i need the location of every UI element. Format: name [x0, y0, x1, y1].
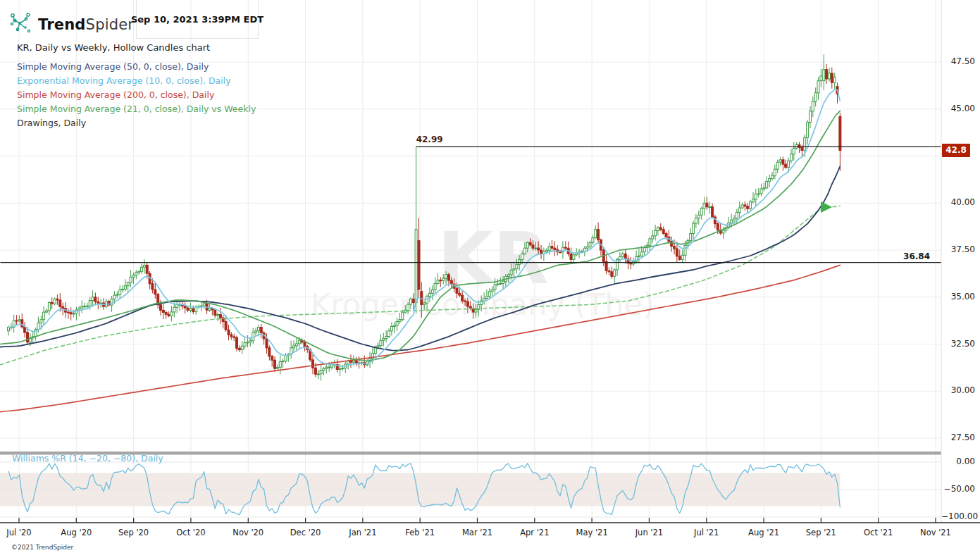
month-axis-label: Oct '21 [857, 528, 900, 537]
month-axis-label: Mar '21 [457, 528, 499, 537]
month-axis-label: Jul '20 [0, 528, 40, 537]
chart-title: KR, Daily vs Weekly, Hollow Candles char… [17, 42, 210, 53]
month-axis-label: Jan '21 [342, 528, 384, 537]
price-axis-label: 30.00 [941, 385, 975, 395]
month-axis-label: Aug '20 [55, 528, 97, 537]
legend-item-sma50[interactable]: Simple Moving Average (50, 0, close), Da… [17, 60, 256, 74]
month-axis-label: Apr '21 [514, 528, 556, 537]
month-axis-label: Oct '20 [170, 528, 212, 537]
williams-r-label[interactable]: Williams %R (14, −20, −80), Daily [12, 453, 163, 463]
month-axis-label: Jun '21 [628, 528, 670, 537]
horizontal-line-label-3684[interactable]: 36.84 [874, 251, 930, 261]
month-axis-label: Sep '21 [800, 528, 842, 537]
month-axis-label: Jul '21 [686, 528, 728, 537]
williams-axis-label: 0.00 [941, 456, 975, 466]
indicator-legend: Simple Moving Average (50, 0, close), Da… [17, 60, 256, 130]
price-axis-label: 40.00 [941, 197, 975, 207]
month-axis-label: Feb '21 [399, 528, 441, 537]
williams-axis-label: −100.00 [941, 511, 975, 521]
month-axis-label: Nov '21 [914, 528, 957, 537]
price-axis-label: 32.50 [941, 339, 975, 349]
month-axis-label: Aug '21 [743, 528, 785, 537]
month-axis-label: Dec '20 [285, 528, 327, 537]
trendspider-logo-icon [8, 11, 32, 38]
month-axis-label: Sep '20 [113, 528, 155, 537]
month-axis-label: Nov '20 [227, 528, 269, 537]
last-price-badge: 42.8 [942, 144, 970, 157]
month-axis-label: May '21 [571, 528, 613, 537]
price-axis-label: 27.50 [941, 433, 975, 442]
price-axis-label: 45.00 [941, 104, 975, 113]
trendspider-wordmark: TrendSpider [38, 16, 134, 33]
trendspider-chart-app: KRKroger Company (The) [0, 0, 980, 560]
williams-axis-label: −50.00 [941, 484, 975, 494]
price-axis-label: 47.50 [941, 56, 975, 66]
copyright-notice: ©2021 TrendSpider [11, 544, 73, 551]
legend-item-sma21[interactable]: Simple Moving Average (21, 0, close), Da… [17, 102, 256, 116]
legend-item-drawings[interactable]: Drawings, Daily [17, 116, 256, 130]
price-axis-label: 35.00 [941, 292, 975, 301]
legend-item-sma200[interactable]: Simple Moving Average (200, 0, close), D… [17, 88, 256, 102]
price-axis-label: 37.50 [941, 244, 975, 254]
legend-item-ema10[interactable]: Exponential Moving Average (10, 0, close… [17, 74, 256, 88]
chart-timestamp-box: Sep 10, 2021 3:39PM EDT [136, 0, 259, 39]
trendspider-logo: TrendSpider [8, 11, 134, 38]
horizontal-line-label-4299[interactable]: 42.99 [416, 135, 443, 144]
chart-timestamp: Sep 10, 2021 3:39PM EDT [131, 14, 263, 25]
